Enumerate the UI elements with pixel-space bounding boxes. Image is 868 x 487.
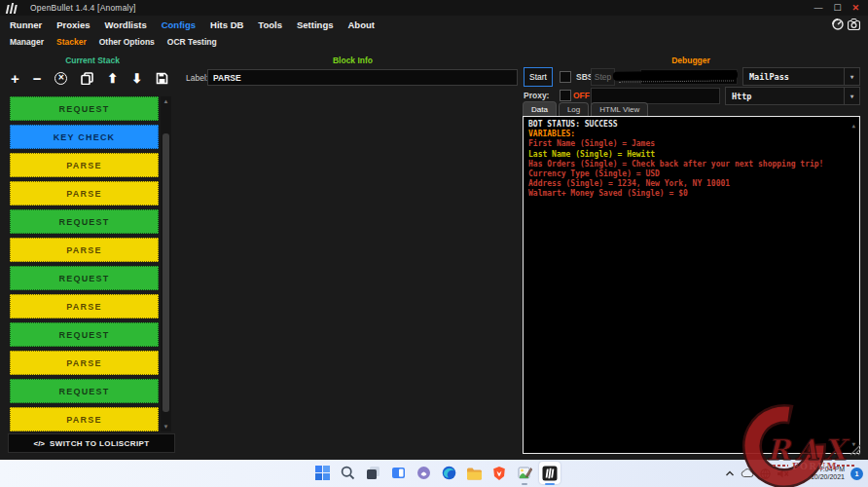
submenu-item-ocr-testing[interactable]: OCR Testing [167,37,217,47]
scrollbar-thumb[interactable] [163,133,169,412]
menu-item-wordlists[interactable]: Wordlists [105,19,147,30]
stack-list: REQUESTKEY CHECKPARSEPARSEREQUESTPARSERE… [10,96,159,435]
output-line: Last Name (Single) = Hewitt [528,150,854,160]
stack-block-request[interactable]: REQUEST [10,209,159,234]
camera-icon[interactable] [848,19,860,30]
proxy-checkbox[interactable] [560,90,571,101]
tray-chevron-up-icon[interactable] [725,469,735,477]
taskbar-start-icon[interactable] [311,462,333,484]
step-button[interactable]: Step [591,68,615,86]
stack-toolbar: + − ✕ ⬆ ⬇ [8,65,171,91]
add-block-icon[interactable]: + [11,71,19,86]
menu-item-runner[interactable]: Runner [10,19,42,30]
window-title: OpenBullet 1.4.4 [Anomaly] [30,3,136,13]
label-caption: Label: [186,73,208,83]
submenu-item-other-options[interactable]: Other Options [99,37,155,47]
output-line: Walmart+ Money Saved (Single) = $0 [528,189,854,199]
wordlist-type-dropdown[interactable]: MailPass ▼ [742,67,860,86]
sbs-checkbox[interactable] [560,71,571,83]
taskbar-brave-icon[interactable] [488,462,510,484]
code-icon: </> [33,439,45,448]
stack-block-request[interactable]: REQUEST [10,266,159,290]
save-config-icon[interactable] [156,72,168,85]
desktop: OpenBullet 1.4.4 [Anomaly] — ☐ ✕ RunnerP… [0,0,868,487]
taskbar-paint-icon[interactable] [514,462,535,484]
tab-data[interactable]: Data [523,101,557,116]
clear-stack-icon[interactable]: ✕ [54,72,67,85]
move-up-icon[interactable]: ⬆ [107,72,118,85]
openbullet-logo-icon [6,3,18,14]
switch-to-loliscript-button[interactable]: </> SWITCH TO LOLISCRIPT [8,433,175,453]
start-button[interactable]: Start [524,67,553,87]
output-scroll-up-icon[interactable]: ▲ [851,121,855,131]
block-label-input[interactable] [207,69,518,86]
stack-block-parse[interactable]: PARSE [10,407,159,431]
resize-grip[interactable] [850,444,861,456]
taskbar-app-purple-icon[interactable] [413,462,434,484]
menu-item-settings[interactable]: Settings [297,19,333,30]
taskbar-edge-icon[interactable] [438,462,459,484]
output-line: First Name (Single) = James [528,139,854,149]
debugger-header: Debugger [521,56,861,65]
taskbar-icons [311,462,561,484]
output-line: VARIABLES: [528,130,854,139]
clock[interactable]: 7:04 PM 10/20/2021 [811,466,845,481]
tray-time: 7:04 PM [811,466,845,473]
debugger-tabs: DataLogHTML View [523,101,648,116]
stack-block-parse[interactable]: PARSE [10,153,159,177]
minimize-icon[interactable]: — [814,4,822,13]
move-down-icon[interactable]: ⬇ [131,72,142,85]
stack-scrollbar[interactable]: ▲ ▼ [161,96,171,431]
tab-log[interactable]: Log [559,102,589,116]
stack-block-parse[interactable]: PARSE [10,351,159,375]
current-stack-header: Current Stack [0,56,185,65]
stack-block-request[interactable]: REQUEST [10,379,159,403]
output-line: Has Orders (Single) = Check back after y… [528,160,854,169]
menu-item-hits-db[interactable]: Hits DB [210,19,243,30]
close-icon[interactable]: ✕ [851,4,859,13]
menu-item-proxies[interactable]: Proxies [56,19,90,30]
menubar: RunnerProxiesWordlistsConfigsHits DBTool… [0,17,868,32]
output-line: Currency Type (Single) = USD [528,169,854,179]
menu-item-tools[interactable]: Tools [258,19,282,30]
notification-badge[interactable]: 1 [850,468,863,480]
stack-block-parse[interactable]: PARSE [10,294,159,318]
duplicate-block-icon[interactable] [81,72,93,85]
menu-item-configs[interactable]: Configs [162,19,196,30]
taskbar-taskview-icon[interactable] [362,462,383,484]
stack-block-request[interactable]: REQUEST [10,96,159,121]
stack-block-parse[interactable]: PARSE [10,238,159,262]
block-info-header: Block Info [185,56,521,65]
onedrive-cloud-icon[interactable] [741,468,754,478]
network-icon[interactable] [760,468,771,479]
menu-item-about[interactable]: About [347,19,374,30]
proxy-type-dropdown[interactable]: Http ▼ [725,87,860,105]
proxy-status: OFF [573,91,590,100]
stack-block-request[interactable]: REQUEST [10,322,159,347]
titlebar: OpenBullet 1.4.4 [Anomaly] — ☐ ✕ [0,0,868,16]
switch-label: SWITCH TO LOLISCRIPT [50,439,150,448]
submenu-item-stacker[interactable]: Stacker [56,37,87,47]
submenu-item-manager[interactable]: Manager [10,37,44,47]
debugger-output[interactable]: ▲ BOT STATUS: SUCCESSVARIABLES:First Nam… [523,116,860,454]
scroll-up-icon[interactable]: ▲ [161,96,171,106]
output-line: Address (Single) = 1234, New York, NY 10… [528,179,854,189]
tray-date: 10/20/2021 [811,473,845,481]
redaction-scribble [613,70,738,80]
maximize-icon[interactable]: ☐ [833,4,841,13]
system-tray: 7:04 PM 10/20/2021 1 [725,460,863,487]
scroll-down-icon[interactable]: ▼ [161,422,171,431]
tab-html-view[interactable]: HTML View [591,102,648,116]
gauge-icon[interactable] [832,19,844,30]
taskbar-explorer-icon[interactable] [463,462,485,484]
chevron-down-icon: ▼ [844,88,859,104]
volume-muted-icon[interactable] [777,468,789,479]
stack-block-keycheck[interactable]: KEY CHECK [10,125,159,149]
output-lines: BOT STATUS: SUCCESSVARIABLES:First Name … [528,120,854,200]
submenubar: ManagerStackerOther OptionsOCR Testing [0,34,868,49]
stack-block-parse[interactable]: PARSE [10,181,159,206]
remove-block-icon[interactable]: − [33,71,42,86]
taskbar-widgets-icon[interactable] [387,462,409,484]
taskbar-openbullet-icon[interactable] [539,462,561,484]
taskbar-search-icon[interactable] [337,462,358,484]
